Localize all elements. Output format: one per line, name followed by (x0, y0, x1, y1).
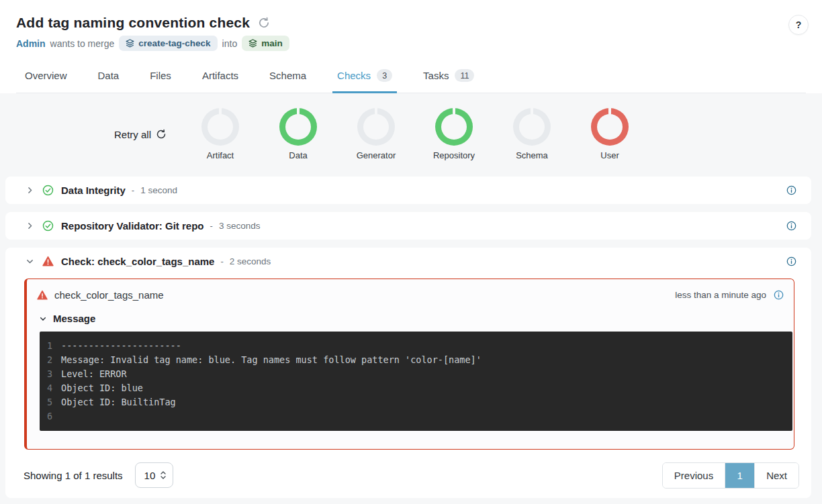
duration-separator: - (220, 256, 223, 266)
error-warning-icon (37, 290, 48, 301)
error-check-name: check_color_tags_name (54, 289, 164, 301)
source-branch-label: create-tag-check (138, 38, 210, 48)
info-icon[interactable] (772, 289, 785, 301)
gauge-ring (201, 108, 239, 146)
page-size-select[interactable]: 10 (135, 462, 174, 488)
gauge-label: Schema (516, 150, 548, 160)
previous-page-button[interactable]: Previous (663, 463, 725, 488)
merge-subtitle: Admin wants to merge create-tag-check in… (16, 36, 806, 51)
tab-artifacts[interactable]: Artifacts (197, 59, 243, 93)
info-icon[interactable] (785, 219, 798, 232)
chevron-right-icon (26, 186, 34, 195)
tab-checks-count-badge: 3 (377, 69, 392, 82)
message-section-toggle[interactable]: Message (27, 301, 794, 324)
gauge-ring (279, 108, 317, 146)
check-row-header[interactable]: Repository Validator: Git repo - 3 secon… (5, 212, 811, 240)
gauge-label: Artifact (207, 150, 234, 160)
error-warning-icon (42, 256, 54, 267)
target-branch-label: main (261, 38, 283, 48)
tab-data[interactable]: Data (93, 59, 124, 93)
author-link[interactable]: Admin (16, 38, 46, 49)
code-line: 1---------------------- (40, 339, 792, 353)
check-summary-row: Retry all Artifact Data Generator Reposi… (5, 108, 811, 160)
into-text: into (222, 38, 238, 49)
layers-icon (248, 39, 257, 48)
chevron-down-icon (39, 315, 47, 323)
chevron-down-icon (26, 257, 34, 266)
checks-panel: Retry all Artifact Data Generator Reposi… (0, 93, 822, 504)
tab-label: Schema (269, 70, 306, 81)
pagination: Previous 1 Next (662, 462, 799, 489)
help-button[interactable]: ? (788, 15, 809, 35)
message-section-label: Message (53, 313, 95, 324)
gauge-user[interactable]: User (590, 108, 630, 160)
code-line: 4Object ID: blue (40, 381, 792, 395)
code-block: 1----------------------2Message: Invalid… (40, 332, 792, 431)
tab-overview[interactable]: Overview (20, 59, 72, 93)
gauge-ring (357, 108, 395, 146)
check-title: Repository Validator: Git repo (61, 220, 204, 232)
code-line: 3Level: ERROR (40, 367, 792, 381)
merge-text: wants to merge (50, 38, 115, 49)
chevron-right-icon (26, 221, 34, 230)
gauge-ring (591, 108, 629, 146)
gauge-artifact[interactable]: Artifact (200, 108, 240, 160)
refresh-icon[interactable] (258, 17, 270, 29)
gauge-data[interactable]: Data (278, 108, 318, 160)
select-stepper-icon (160, 470, 167, 480)
error-timestamp: less than a minute ago (675, 290, 766, 300)
page-header: Add tag naming convention check ? Admin … (0, 0, 822, 93)
source-branch-badge[interactable]: create-tag-check (119, 36, 217, 51)
info-icon[interactable] (785, 184, 798, 197)
check-row-header[interactable]: Data Integrity - 1 second (5, 177, 811, 204)
layers-icon (126, 39, 134, 48)
tab-label: Artifacts (202, 70, 238, 81)
tab-label: Files (150, 70, 171, 81)
gauge-label: Data (289, 150, 307, 160)
tab-label: Data (98, 70, 120, 81)
gauge-repository[interactable]: Repository (434, 108, 474, 160)
next-page-button[interactable]: Next (755, 463, 798, 488)
check-duration: 3 seconds (219, 221, 261, 231)
title-row: Add tag naming convention check (16, 15, 806, 31)
target-branch-badge[interactable]: main (242, 36, 289, 51)
gauge-schema[interactable]: Schema (512, 108, 552, 160)
check-title: Check: check_color_tags_name (61, 256, 214, 267)
info-icon[interactable] (785, 255, 798, 268)
results-footer: Showing 1 of 1 results 10 Previous 1 Nex… (5, 460, 811, 498)
tab-bar: Overview Data Files Artifacts Schema Che… (16, 59, 806, 93)
retry-all-button[interactable]: Retry all (114, 129, 167, 140)
page-size-value: 10 (144, 470, 156, 481)
code-line: 5Object ID: BuiltinTag (40, 395, 792, 409)
check-card-color-tags: Check: check_color_tags_name - 2 seconds… (5, 248, 811, 498)
tab-schema[interactable]: Schema (265, 59, 311, 93)
gauge-list: Artifact Data Generator Repository Schem… (200, 108, 630, 160)
current-page-button[interactable]: 1 (725, 463, 755, 488)
gauge-ring (435, 108, 473, 146)
gauge-label: Repository (433, 150, 475, 160)
success-check-icon (42, 185, 54, 196)
duration-separator: - (132, 185, 134, 195)
gauge-label: Generator (357, 150, 396, 160)
retry-all-label: Retry all (114, 129, 151, 140)
tab-label: Checks (337, 70, 371, 81)
retry-icon (156, 129, 167, 140)
gauge-label: User (600, 150, 619, 160)
gauge-generator[interactable]: Generator (356, 108, 396, 160)
results-count-text: Showing 1 of 1 results (24, 470, 123, 481)
code-line: 6 (40, 409, 792, 423)
check-error-panel: check_color_tags_name less than a minute… (24, 279, 794, 450)
check-duration: 2 seconds (230, 256, 271, 266)
tab-tasks-count-badge: 11 (455, 69, 474, 82)
check-duration: 1 second (140, 185, 177, 195)
page-title: Add tag naming convention check (16, 15, 250, 31)
error-panel-header: check_color_tags_name less than a minute… (27, 279, 794, 301)
code-line: 2Message: Invalid tag name: blue. Tag na… (40, 353, 792, 367)
tab-checks[interactable]: Checks 3 (332, 59, 397, 93)
tab-files[interactable]: Files (145, 59, 176, 93)
tab-tasks[interactable]: Tasks 11 (418, 59, 479, 93)
tab-label: Tasks (423, 70, 449, 81)
check-row-header[interactable]: Check: check_color_tags_name - 2 seconds (5, 248, 811, 275)
duration-separator: - (210, 221, 213, 231)
gauge-ring (513, 108, 551, 146)
